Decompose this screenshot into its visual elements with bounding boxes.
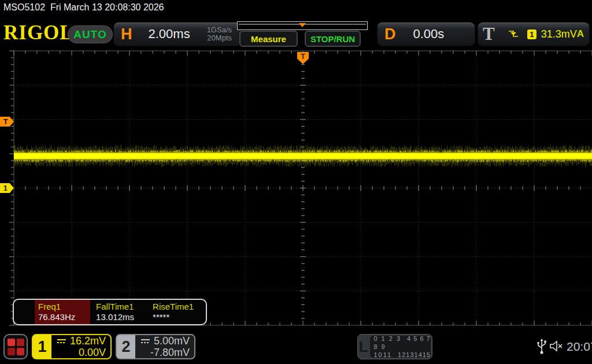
sample-rate-memory: 1GSa/s 20Mpts [207,26,232,42]
measurement-value: 13.012ms [96,312,146,322]
waveform-overview-icon [238,23,367,30]
la-label: L [358,335,369,359]
usb-icon [536,339,547,355]
la-row2-group2: 12131415 [398,351,431,358]
measure-button[interactable]: Measure [239,31,298,47]
timebase-value: 2.00ms [149,27,190,42]
delay-settings-button[interactable]: D 0.00s [377,22,475,46]
dc-coupling-icon [140,338,150,344]
window-position-marker [299,23,306,27]
rigol-logo: RIGOL [3,22,74,44]
clock: 20:07 [567,340,592,354]
h-label: H [121,25,132,43]
channel2-status-box[interactable]: 2 5.00mV -7.80mV [116,334,195,359]
measurement-label: RiseTime1 [153,302,202,312]
channel1-trace [14,49,592,326]
trigger-level-value: 31.3mV [541,28,577,40]
trigger-sweep-mode: A [577,28,584,40]
trigger-source-badge: 1 [527,29,536,39]
channel1-number: 1 [33,335,51,358]
grid-menu-icon[interactable] [3,334,28,359]
measurement-label: Freq1 [38,302,87,312]
trigger-settings-button[interactable]: T 1 31.3mV A [478,22,590,46]
horizontal-settings-button[interactable]: H 2.00ms 1GSa/s 20Mpts [113,22,242,46]
channel1-offset: 0.00V [79,347,106,358]
sample-rate: 1GSa/s [207,25,232,34]
measurement-risetime1[interactable]: RiseTime1 ***** [149,300,206,324]
stop-run-button[interactable]: STOP/RUN [305,31,361,47]
measurement-panel[interactable]: Freq1 76.843Hz FallTime1 13.012ms RiseTi… [13,299,207,325]
d-label: D [384,25,396,43]
channel1-scale: 16.2mV [70,335,106,347]
measurement-label: FallTime1 [96,302,146,312]
measurement-value: ***** [153,312,202,322]
la-row2-group1: 8 9 1011 [373,343,392,358]
la-row1-group1: 0 1 2 3 [373,335,401,342]
oscilloscope-screen: MSO5102 Fri March 13 20:08:30 2026 RIGOL… [0,0,592,364]
channel2-offset: -7.80mV [150,347,190,358]
memory-depth: 20Mpts [207,34,232,42]
model-and-datetime: MSO5102 Fri March 13 20:08:30 2026 [3,2,164,13]
channel1-status-box[interactable]: 1 16.2mV 0.00V [32,334,112,359]
la-row1-group2: 4 5 6 7 [407,335,431,342]
measurement-value: 76.843Hz [38,312,87,322]
delay-value: 0.00s [413,27,445,42]
horizontal-position-indicator[interactable] [237,21,368,30]
falling-edge-icon [508,29,518,39]
logic-analyzer-status-box[interactable]: L 0 1 2 34 5 6 7 8 9 101112131415 [357,334,432,359]
acquire-mode-button[interactable]: AUTO [68,25,113,43]
channel2-number: 2 [117,335,135,358]
measurement-freq1[interactable]: Freq1 76.843Hz [35,300,90,324]
channel2-scale: 5.00mV [154,335,190,347]
dc-coupling-icon [57,338,66,344]
measurement-falltime1[interactable]: FallTime1 13.012ms [92,300,149,324]
speaker-muted-icon [549,340,563,352]
t-label: T [483,24,495,44]
la-channel-numbers: 0 1 2 34 5 6 7 8 9 101112131415 [370,336,431,358]
